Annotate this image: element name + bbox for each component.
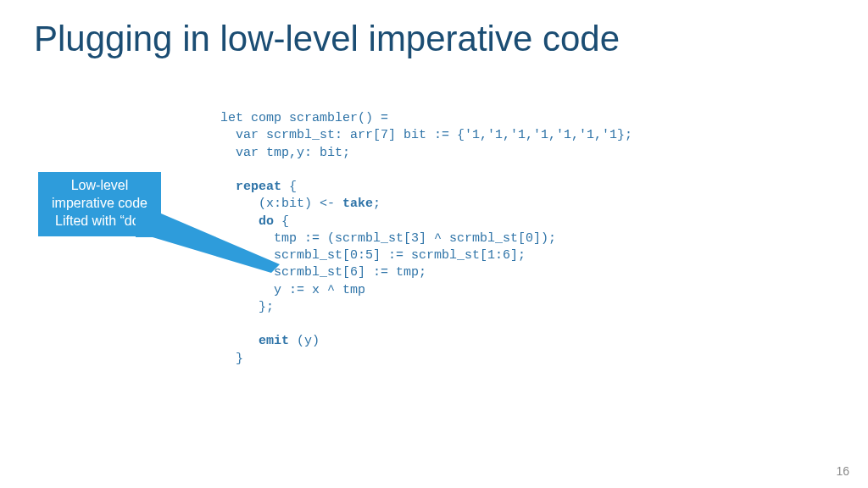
code-line: scrmbl_st[0:5] := scrmbl_st[1:6]; <box>220 248 526 263</box>
code-line: tmp := (scrmbl_st[3] ^ scrmbl_st[0]); <box>220 231 556 246</box>
code-line: y := x ^ tmp <box>220 283 365 297</box>
code-line: emit (y) <box>220 334 320 348</box>
code-line: } <box>220 352 243 366</box>
code-line: do { <box>220 214 289 229</box>
slide-title: Plugging in low-level imperative code <box>34 19 620 59</box>
code-line: var scrmbl_st: arr[7] bit := {'1,'1,'1,'… <box>220 128 632 142</box>
page-number: 16 <box>836 464 849 478</box>
code-line: var tmp,y: bit; <box>220 146 350 160</box>
callout-line: imperative code <box>43 195 156 213</box>
code-line: let comp scrambler() = <box>220 111 388 125</box>
code-line: repeat { <box>220 180 297 194</box>
code-line: scrmbl_st[6] := tmp; <box>220 265 426 280</box>
code-line: (x:bit) <- take; <box>220 197 381 211</box>
callout-line: Low-level <box>43 177 156 195</box>
code-line: }; <box>220 300 274 314</box>
code-block: let comp scrambler() = var scrmbl_st: ar… <box>220 110 632 368</box>
